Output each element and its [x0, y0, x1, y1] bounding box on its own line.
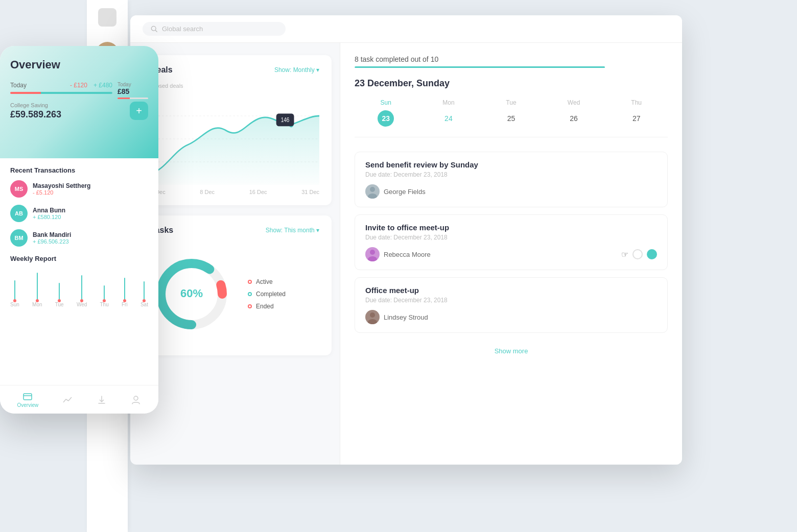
date-heading: 23 December, Sunday — [355, 78, 668, 89]
task-item-2: Invite to office meet-up Due date: Decem… — [355, 214, 668, 270]
nav-user-icon — [131, 395, 141, 405]
task-due-3: Due date: December 23, 2018 — [365, 297, 657, 304]
tasks-chevron-icon: ▾ — [316, 227, 319, 234]
trans-avatar-ab: AB — [10, 205, 28, 222]
nav-download-icon — [97, 395, 107, 405]
chart-label: Closed deals — [151, 83, 319, 89]
weekly-label-thu: Thu — [100, 302, 109, 307]
task-title-1: Send benefit review by Sunday — [365, 160, 657, 169]
tasks-show-value[interactable]: This month — [284, 227, 314, 234]
svg-text:60%: 60% — [180, 287, 203, 300]
cal-day-name-sun: Sun — [381, 99, 391, 106]
trans-amount-3: + £96.506.223 — [33, 238, 148, 245]
cal-day-tue[interactable]: Tue 25 — [480, 99, 543, 127]
weekly-day-mon: Mon — [32, 270, 42, 307]
weekly-report-title: Weekly Report — [10, 255, 148, 262]
nav-chart[interactable] — [58, 393, 77, 407]
cal-day-num-mon: 24 — [440, 110, 457, 127]
svg-point-14 — [370, 187, 375, 192]
svg-line-3 — [155, 30, 157, 32]
svg-point-16 — [370, 250, 375, 255]
tasks-progress-fill — [355, 66, 605, 68]
cal-day-name-mon: Mon — [442, 99, 454, 106]
nav-user[interactable] — [127, 393, 145, 407]
deals-show-value[interactable]: Monthly — [293, 66, 315, 74]
svg-point-17 — [368, 256, 377, 261]
mobile-title: Overview — [10, 58, 148, 71]
deals-show[interactable]: Show: Monthly ▾ — [274, 66, 319, 74]
x-label-3: 16 Dec — [249, 189, 267, 195]
cal-day-wed[interactable]: Wed 26 — [543, 99, 605, 127]
task-action-radio-1[interactable] — [632, 249, 643, 259]
svg-point-15 — [368, 194, 377, 199]
cal-day-name-thu: Thu — [631, 99, 642, 106]
weekly-day-thu: Thu — [100, 270, 109, 307]
mobile-med-value: £85 — [118, 87, 148, 95]
svg-point-24 — [134, 396, 138, 400]
weekly-bars: Sun Mon — [10, 269, 148, 309]
task-action-radio-2[interactable] — [647, 249, 657, 259]
x-label-4: 31 Dec — [301, 189, 319, 195]
deals-show-label: Show: — [274, 66, 291, 74]
trans-name-2: Anna Bunn — [33, 207, 148, 214]
nav-overview[interactable]: Overview — [13, 389, 43, 410]
trans-name-1: Masayoshi Settherg — [33, 182, 148, 189]
task-item-1: Send benefit review by Sunday Due date: … — [355, 152, 668, 207]
nav-card-icon — [22, 391, 33, 401]
assignee-name-1: George Fields — [384, 188, 426, 196]
nav-download[interactable] — [92, 393, 111, 407]
weekly-day-sun: Sun — [10, 270, 19, 307]
avatar-george — [365, 184, 380, 199]
weekly-label-fri: Fri — [122, 302, 128, 307]
transactions-title: Recent Transactions — [10, 166, 148, 174]
weekly-label-sat: Sat — [140, 302, 148, 307]
trans-amount-2: + £580.120 — [33, 214, 148, 220]
cal-day-mon[interactable]: Mon 24 — [417, 99, 480, 127]
donut-container: 60% Active Completed — [151, 243, 319, 345]
tasks-completed-text: 8 task completed out of 10 — [355, 55, 668, 63]
transaction-3: BM Bank Mandiri + £96.506.223 — [10, 229, 148, 247]
tasks-progress-bar — [355, 66, 668, 68]
mobile-neg-value: - £120 — [70, 82, 87, 89]
transaction-1: MS Masayoshi Settherg - £5.120 — [10, 180, 148, 198]
cal-day-name-wed: Wed — [568, 99, 580, 106]
weekly-label-sun: Sun — [10, 302, 19, 307]
weekly-day-fri: Fri — [122, 270, 128, 307]
mobile-top: Overview Today - £120 + £480 College Sav — [0, 46, 158, 158]
task-title-3: Office meet-up — [365, 286, 657, 295]
legend-completed: Completed — [248, 291, 286, 298]
deals-chart: 146 — [151, 93, 319, 185]
nav-chart-icon — [62, 395, 73, 405]
app-header: Global search — [130, 15, 682, 43]
task-item-3: Office meet-up Due date: December 23, 20… — [355, 277, 668, 333]
weekly-label-wed: Wed — [77, 302, 87, 307]
donut-chart: 60% — [151, 253, 232, 335]
task-due-1: Due date: December 23, 2018 — [365, 171, 657, 178]
task-assignee-3: Lindsey Stroud — [365, 310, 657, 324]
transaction-2: AB Anna Bunn + £580.120 — [10, 205, 148, 222]
cal-day-num-sun: 23 — [378, 110, 394, 127]
mobile-pos-value: + £480 — [93, 82, 112, 89]
deals-chevron-icon: ▾ — [316, 66, 319, 74]
cal-day-thu[interactable]: Thu 27 — [605, 99, 668, 127]
cal-day-sun[interactable]: Sun 23 — [355, 99, 417, 127]
tasks-card: Tasks Show: This month ▾ — [138, 215, 332, 355]
donut-legend: Active Completed Ended — [248, 278, 286, 310]
show-more-button[interactable]: Show more — [355, 340, 668, 357]
cal-day-name-tue: Tue — [506, 99, 516, 106]
search-placeholder-text: Global search — [162, 25, 203, 33]
mobile-today-label: Today — [10, 82, 27, 89]
mobile-add-button[interactable]: + — [130, 102, 148, 120]
cursor-icon: ☞ — [621, 250, 628, 259]
mobile-saving-amount: £59.589.263 — [10, 109, 61, 120]
tasks-show[interactable]: Show: This month ▾ — [266, 227, 319, 234]
chart-x-labels: 1 Dec 8 Dec 16 Dec 31 Dec — [151, 185, 319, 195]
assignee-name-3: Lindsey Stroud — [384, 313, 428, 321]
legend-completed-label: Completed — [256, 291, 286, 298]
cal-day-num-wed: 26 — [566, 110, 582, 127]
calendar-week: Sun 23 Mon 24 Tue 25 Wed 26 Thu 27 — [355, 99, 668, 137]
right-panel: 8 task completed out of 10 23 December, … — [340, 43, 682, 465]
search-bar[interactable]: Global search — [143, 22, 286, 36]
mobile-app: Overview Today - £120 + £480 College Sav — [0, 46, 158, 414]
x-label-2: 8 Dec — [200, 189, 215, 195]
